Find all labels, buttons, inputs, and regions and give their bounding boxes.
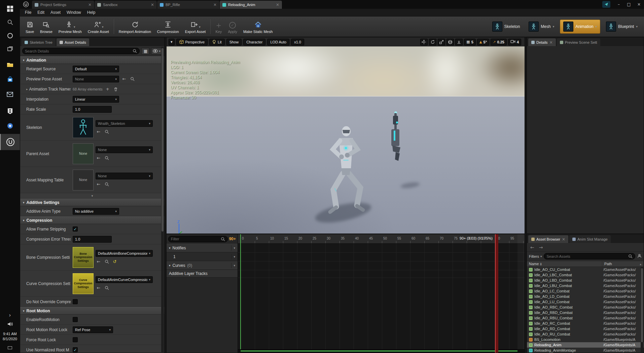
curves-track-header[interactable]: ▾ Curves (0) ▾ (167, 261, 238, 270)
asset-row[interactable]: Idle_AO_LBC_Combat /Game/AssetPacks/ (527, 272, 644, 278)
create-asset-button[interactable]: ▾ Create Asset (85, 16, 112, 37)
taskbar-clock[interactable]: 9:41 AM 8/1/2020 (0, 331, 20, 342)
asset-list-scrollbar[interactable] (641, 267, 643, 352)
asset-row[interactable]: Reloading_AnimMontage /Game/Blueprints/A (527, 348, 644, 353)
menu-item[interactable]: Asset (47, 9, 64, 16)
asset-row[interactable]: Idle_AO_RC_Combat /Game/AssetPacks/ (527, 321, 644, 326)
volume-button[interactable] (0, 320, 20, 328)
tab-skeleton-tree[interactable]: Skeleton Tree (22, 38, 56, 46)
use-selected-button[interactable]: ← (96, 155, 102, 161)
scale-snap-control[interactable]: ↗ 0.25 (491, 39, 507, 45)
asset-row[interactable]: Reloading_Anim /Game/Blueprints/A (527, 342, 644, 348)
asset-search-input[interactable] (546, 254, 628, 258)
window-tab[interactable]: BP_Rifle × (157, 1, 220, 9)
maximize-button[interactable]: □ (624, 0, 634, 9)
reimport-animation-button[interactable]: Reimport Animation (116, 16, 154, 37)
scrollbar-thumb[interactable] (162, 48, 164, 232)
file-explorer-button[interactable] (0, 58, 20, 71)
section-root-motion[interactable]: ▾ Root Motion (20, 307, 164, 315)
asset-row[interactable]: Idle_AO_LC_Combat /Game/AssetPacks/ (527, 288, 644, 294)
forward-button[interactable]: → (539, 245, 543, 250)
asset-row[interactable]: Idle_AO_RU_Combat /Game/AssetPacks/ (527, 331, 644, 337)
asset-row[interactable]: Idle_AO_LU_Combat /Game/AssetPacks/ (527, 299, 644, 305)
expander-icon[interactable]: ▾ (169, 246, 171, 250)
allow-frame-stripping-checkbox[interactable]: ✓ (73, 226, 78, 232)
curve-compression-dropdown[interactable]: DefaultAnimCurveCompression ▾ (96, 276, 153, 283)
camera-speed-control[interactable]: 4 (508, 39, 521, 45)
expander-icon[interactable]: ▾ (169, 264, 171, 267)
task-view-button[interactable] (0, 42, 20, 56)
display-mode-button[interactable]: ▦ (141, 48, 149, 55)
tab-asset-details[interactable]: Asset Details (57, 38, 89, 46)
character-button[interactable]: Character (243, 39, 265, 45)
perspective-button[interactable]: Perspective (176, 39, 208, 45)
browse-to-asset-button[interactable] (104, 258, 110, 264)
browse-to-asset-button[interactable] (104, 285, 110, 291)
mode-button[interactable]: Skeleton ▾ (489, 20, 523, 33)
timeline-track-area[interactable]: 05101520253035404550556065707580859095 9… (238, 234, 525, 353)
skeleton-thumbnail[interactable] (73, 117, 94, 138)
timeline-tracks[interactable] (238, 244, 525, 353)
store-button[interactable] (0, 73, 20, 86)
asset-row[interactable]: Idle_AO_RD_Combat /Game/AssetPacks/ (527, 326, 644, 331)
window-tab[interactable]: Sandbox × (95, 1, 157, 9)
menu-item[interactable]: File (22, 9, 34, 16)
mode-button[interactable]: Blueprint ▾ (603, 20, 641, 33)
tab-close-icon[interactable]: × (151, 2, 154, 7)
ue-logo[interactable] (20, 0, 32, 9)
section-compression[interactable]: ▾ Compression (20, 216, 164, 224)
saved-search-button[interactable] (637, 254, 642, 259)
add-element-button[interactable]: + (105, 86, 111, 92)
reset-to-default-button[interactable]: ↺ (112, 258, 118, 264)
column-path[interactable]: Path ▲ (602, 261, 644, 267)
playback-range-bar[interactable] (241, 350, 517, 352)
grid-snap-control[interactable]: ▦ 5 (464, 39, 476, 45)
skeleton-dropdown[interactable]: Wraith_Skeleton ▾ (96, 120, 153, 127)
browse-to-asset-button[interactable] (104, 129, 110, 135)
tab-close-icon[interactable]: × (562, 237, 565, 242)
asset-mapping-thumbnail[interactable]: None (73, 170, 94, 190)
asset-mapping-dropdown[interactable]: None ▾ (96, 173, 153, 179)
bone-compression-dropdown[interactable]: DefaultAnimBoneCompressionS ▾ (96, 250, 153, 257)
tab-anim-slot-manager[interactable]: Anim Slot Manage (569, 235, 611, 243)
tab-close-icon[interactable]: × (88, 2, 92, 7)
rotation-snap-control[interactable]: ▲ 5° (477, 39, 489, 45)
root-motion-lock-dropdown[interactable]: Ref Pose ▾ (73, 326, 113, 333)
clear-array-button[interactable] (113, 86, 119, 92)
track-options-icon[interactable]: ▾ (231, 245, 235, 251)
filters-button[interactable]: Filters ▾ (529, 254, 542, 258)
timeline-filter-input[interactable] (171, 237, 221, 241)
tab-close-icon[interactable]: × (549, 40, 553, 45)
surface-snap-button[interactable] (455, 39, 463, 45)
use-selected-button[interactable]: ← (96, 129, 102, 135)
track-options-icon[interactable]: ▾ (231, 263, 235, 268)
playback-speed-button[interactable]: x1.0 (291, 39, 304, 45)
details-search-input[interactable] (25, 49, 133, 53)
tab-preview-scene-settings[interactable]: Preview Scene Sett (557, 38, 600, 46)
bone-compression-thumbnail[interactable]: Bone Compression Settings (73, 247, 94, 268)
asset-row[interactable]: Idle_AO_LD_Combat /Game/AssetPacks/ (527, 294, 644, 299)
asset-row[interactable]: Idle_AO_LBU_Combat /Game/AssetPacks/ (527, 283, 644, 288)
translate-mode-button[interactable] (420, 39, 428, 45)
use-selected-button[interactable]: ← (96, 285, 102, 291)
menu-item[interactable]: Help (84, 9, 99, 16)
tab-close-icon[interactable]: × (276, 2, 279, 7)
make-static-mesh-button[interactable]: Make Static Mesh (240, 16, 276, 37)
asset-search-box[interactable] (544, 253, 635, 259)
expander-icon[interactable]: ▸ (26, 87, 28, 91)
close-button[interactable]: × (634, 0, 644, 9)
asset-row[interactable]: Idle_AO_CU_Combat /Game/AssetPacks/ (527, 267, 644, 272)
enable-root-motion-checkbox[interactable]: ✓ (73, 317, 78, 322)
scale-mode-button[interactable] (438, 39, 445, 45)
retarget-source-dropdown[interactable]: Default ▾ (73, 66, 119, 72)
section-animation[interactable]: ▾ Animation (20, 56, 164, 64)
additive-layer-tracks-header[interactable]: Additive Layer Tracks (167, 270, 238, 278)
mode-button[interactable]: Animation ▾ (560, 20, 600, 34)
window-tab[interactable]: Project Settings × (32, 1, 95, 9)
parent-asset-dropdown[interactable]: None ▾ (96, 146, 153, 153)
viewport-scene[interactable]: Z x Previewing Animation Reloading_AnimL… (167, 46, 525, 234)
interpolation-dropdown[interactable]: Linear ▾ (73, 96, 119, 103)
scrollbar-thumb[interactable] (641, 268, 643, 342)
tab-close-icon[interactable]: × (213, 2, 217, 7)
use-selected-button[interactable]: ← (96, 258, 102, 264)
